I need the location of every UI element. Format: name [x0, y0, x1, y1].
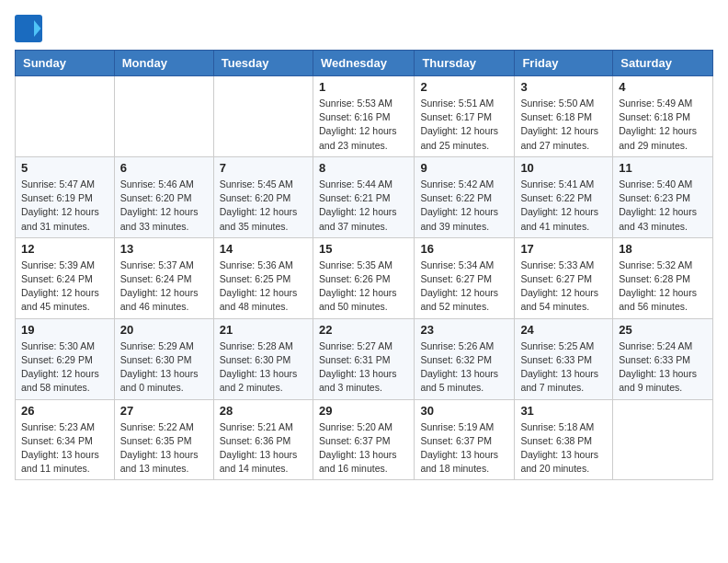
day-info: Sunrise: 5:30 AM Sunset: 6:29 PM Dayligh… [21, 339, 108, 396]
calendar-cell: 18Sunrise: 5:32 AM Sunset: 6:28 PM Dayli… [613, 237, 713, 318]
day-number: 7 [220, 161, 307, 175]
calendar-cell [613, 399, 713, 480]
weekday-header-thursday: Thursday [415, 51, 515, 76]
calendar-cell: 16Sunrise: 5:34 AM Sunset: 6:27 PM Dayli… [415, 237, 515, 318]
weekday-header-friday: Friday [515, 51, 613, 76]
page-container: SundayMondayTuesdayWednesdayThursdayFrid… [15, 15, 713, 480]
calendar-cell [16, 76, 115, 157]
calendar-cell: 30Sunrise: 5:19 AM Sunset: 6:37 PM Dayli… [415, 399, 515, 480]
calendar-cell [213, 76, 313, 157]
day-number: 11 [619, 161, 707, 175]
calendar-cell [114, 76, 213, 157]
calendar-cell: 8Sunrise: 5:44 AM Sunset: 6:21 PM Daylig… [313, 156, 414, 237]
weekday-header-saturday: Saturday [613, 51, 713, 76]
day-number: 27 [120, 404, 208, 418]
day-info: Sunrise: 5:41 AM Sunset: 6:22 PM Dayligh… [520, 178, 607, 234]
calendar-cell: 7Sunrise: 5:45 AM Sunset: 6:20 PM Daylig… [213, 156, 313, 237]
day-number: 20 [120, 323, 208, 337]
day-info: Sunrise: 5:44 AM Sunset: 6:21 PM Dayligh… [319, 178, 408, 234]
calendar-week-1: 1Sunrise: 5:53 AM Sunset: 6:16 PM Daylig… [16, 76, 713, 157]
calendar-cell: 31Sunrise: 5:18 AM Sunset: 6:38 PM Dayli… [515, 399, 613, 480]
calendar-cell: 22Sunrise: 5:27 AM Sunset: 6:31 PM Dayli… [313, 318, 414, 399]
day-info: Sunrise: 5:42 AM Sunset: 6:22 PM Dayligh… [420, 178, 508, 234]
day-info: Sunrise: 5:39 AM Sunset: 6:24 PM Dayligh… [21, 259, 108, 315]
calendar-week-4: 19Sunrise: 5:30 AM Sunset: 6:29 PM Dayli… [16, 318, 713, 399]
day-info: Sunrise: 5:53 AM Sunset: 6:16 PM Dayligh… [319, 97, 408, 153]
day-info: Sunrise: 5:27 AM Sunset: 6:31 PM Dayligh… [319, 339, 408, 396]
calendar-cell: 9Sunrise: 5:42 AM Sunset: 6:22 PM Daylig… [415, 156, 515, 237]
calendar-table: SundayMondayTuesdayWednesdayThursdayFrid… [15, 50, 713, 480]
day-number: 22 [319, 323, 408, 337]
day-info: Sunrise: 5:22 AM Sunset: 6:35 PM Dayligh… [120, 420, 208, 477]
calendar-cell: 26Sunrise: 5:23 AM Sunset: 6:34 PM Dayli… [16, 399, 115, 480]
day-info: Sunrise: 5:18 AM Sunset: 6:38 PM Dayligh… [520, 420, 607, 477]
day-info: Sunrise: 5:23 AM Sunset: 6:34 PM Dayligh… [21, 420, 108, 477]
logo-icon [15, 15, 42, 42]
day-number: 8 [319, 161, 408, 175]
day-number: 16 [420, 242, 508, 256]
day-number: 18 [619, 242, 707, 256]
calendar-cell: 14Sunrise: 5:36 AM Sunset: 6:25 PM Dayli… [213, 237, 313, 318]
calendar-cell: 12Sunrise: 5:39 AM Sunset: 6:24 PM Dayli… [16, 237, 115, 318]
day-info: Sunrise: 5:24 AM Sunset: 6:33 PM Dayligh… [619, 339, 707, 396]
day-info: Sunrise: 5:40 AM Sunset: 6:23 PM Dayligh… [619, 178, 707, 234]
calendar-cell: 11Sunrise: 5:40 AM Sunset: 6:23 PM Dayli… [613, 156, 713, 237]
day-info: Sunrise: 5:20 AM Sunset: 6:37 PM Dayligh… [319, 420, 408, 477]
day-number: 28 [220, 404, 307, 418]
day-number: 24 [520, 323, 607, 337]
calendar-cell: 20Sunrise: 5:29 AM Sunset: 6:30 PM Dayli… [114, 318, 213, 399]
day-info: Sunrise: 5:36 AM Sunset: 6:25 PM Dayligh… [220, 259, 307, 315]
weekday-header-tuesday: Tuesday [213, 51, 313, 76]
calendar-cell: 23Sunrise: 5:26 AM Sunset: 6:32 PM Dayli… [415, 318, 515, 399]
calendar-week-3: 12Sunrise: 5:39 AM Sunset: 6:24 PM Dayli… [16, 237, 713, 318]
day-info: Sunrise: 5:28 AM Sunset: 6:30 PM Dayligh… [220, 339, 307, 396]
day-info: Sunrise: 5:46 AM Sunset: 6:20 PM Dayligh… [120, 178, 208, 234]
day-number: 4 [619, 80, 707, 94]
day-number: 30 [420, 404, 508, 418]
day-number: 13 [120, 242, 208, 256]
day-info: Sunrise: 5:47 AM Sunset: 6:19 PM Dayligh… [21, 178, 108, 234]
day-number: 15 [319, 242, 408, 256]
day-info: Sunrise: 5:37 AM Sunset: 6:24 PM Dayligh… [120, 259, 208, 315]
calendar-cell: 5Sunrise: 5:47 AM Sunset: 6:19 PM Daylig… [16, 156, 115, 237]
calendar-cell: 10Sunrise: 5:41 AM Sunset: 6:22 PM Dayli… [515, 156, 613, 237]
calendar-cell: 1Sunrise: 5:53 AM Sunset: 6:16 PM Daylig… [313, 76, 414, 157]
calendar-cell: 21Sunrise: 5:28 AM Sunset: 6:30 PM Dayli… [213, 318, 313, 399]
day-number: 12 [21, 242, 108, 256]
day-number: 1 [319, 80, 408, 94]
calendar-cell: 15Sunrise: 5:35 AM Sunset: 6:26 PM Dayli… [313, 237, 414, 318]
weekday-header-wednesday: Wednesday [313, 51, 414, 76]
day-number: 17 [520, 242, 607, 256]
calendar-cell: 4Sunrise: 5:49 AM Sunset: 6:18 PM Daylig… [613, 76, 713, 157]
calendar-cell: 2Sunrise: 5:51 AM Sunset: 6:17 PM Daylig… [415, 76, 515, 157]
calendar-cell: 29Sunrise: 5:20 AM Sunset: 6:37 PM Dayli… [313, 399, 414, 480]
day-number: 23 [420, 323, 508, 337]
header [15, 15, 713, 42]
day-number: 9 [420, 161, 508, 175]
day-info: Sunrise: 5:29 AM Sunset: 6:30 PM Dayligh… [120, 339, 208, 396]
day-number: 6 [120, 161, 208, 175]
day-number: 26 [21, 404, 108, 418]
day-info: Sunrise: 5:35 AM Sunset: 6:26 PM Dayligh… [319, 259, 408, 315]
calendar-week-2: 5Sunrise: 5:47 AM Sunset: 6:19 PM Daylig… [16, 156, 713, 237]
calendar-cell: 25Sunrise: 5:24 AM Sunset: 6:33 PM Dayli… [613, 318, 713, 399]
calendar-cell: 19Sunrise: 5:30 AM Sunset: 6:29 PM Dayli… [16, 318, 115, 399]
logo [15, 15, 46, 42]
day-info: Sunrise: 5:26 AM Sunset: 6:32 PM Dayligh… [420, 339, 508, 396]
day-info: Sunrise: 5:33 AM Sunset: 6:27 PM Dayligh… [520, 259, 607, 315]
calendar-cell: 24Sunrise: 5:25 AM Sunset: 6:33 PM Dayli… [515, 318, 613, 399]
day-info: Sunrise: 5:45 AM Sunset: 6:20 PM Dayligh… [220, 178, 307, 234]
day-info: Sunrise: 5:32 AM Sunset: 6:28 PM Dayligh… [619, 259, 707, 315]
day-info: Sunrise: 5:25 AM Sunset: 6:33 PM Dayligh… [520, 339, 607, 396]
calendar-cell: 6Sunrise: 5:46 AM Sunset: 6:20 PM Daylig… [114, 156, 213, 237]
day-number: 31 [520, 404, 607, 418]
day-number: 25 [619, 323, 707, 337]
calendar-week-5: 26Sunrise: 5:23 AM Sunset: 6:34 PM Dayli… [16, 399, 713, 480]
day-number: 21 [220, 323, 307, 337]
day-number: 3 [520, 80, 607, 94]
day-info: Sunrise: 5:21 AM Sunset: 6:36 PM Dayligh… [220, 420, 307, 477]
calendar-cell: 28Sunrise: 5:21 AM Sunset: 6:36 PM Dayli… [213, 399, 313, 480]
day-number: 2 [420, 80, 508, 94]
day-number: 5 [21, 161, 108, 175]
day-info: Sunrise: 5:19 AM Sunset: 6:37 PM Dayligh… [420, 420, 508, 477]
